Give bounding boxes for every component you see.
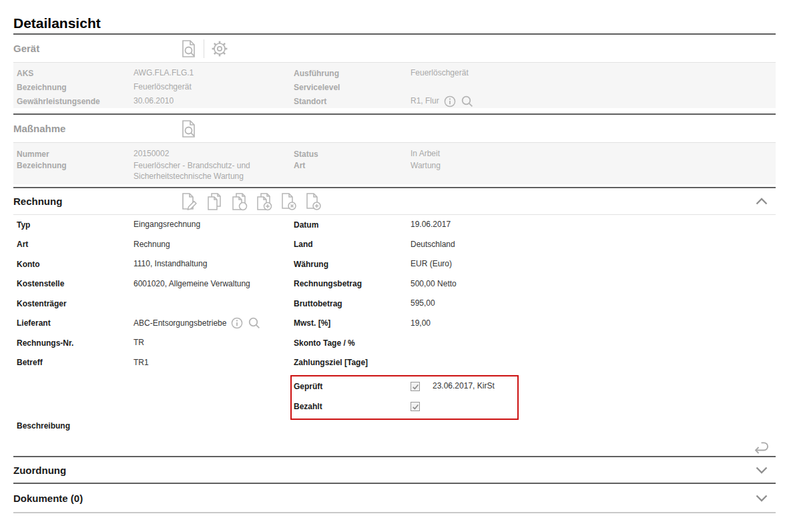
field-value: Feuerlöscher - Brandschutz- und Sicherhe… <box>134 161 294 182</box>
field-value: In Arbeit <box>411 149 776 160</box>
field-row: Kostenstelle 6001020, Allgemeine Verwalt… <box>13 274 776 294</box>
field-value: TR1 <box>134 358 294 368</box>
field-label: Bruttobetrag <box>294 299 411 308</box>
search-icon[interactable] <box>248 316 261 330</box>
field-label: Bezeichnung <box>13 83 134 92</box>
bezahlt-row: Bezahlt <box>13 396 776 417</box>
chevron-down-icon[interactable] <box>756 467 768 474</box>
accordion-dokumente[interactable]: Dokumente (0) <box>13 484 776 512</box>
field-label: Rechnungs-Nr. <box>13 338 134 348</box>
beschreibung-row: Beschreibung <box>13 419 776 433</box>
document-preview-icon[interactable] <box>180 39 198 58</box>
detail-view-page: Detailansicht Gerät <box>0 0 787 513</box>
field-label: Mwst. [%] <box>294 318 411 328</box>
field-label: Nummer <box>13 150 134 159</box>
field-value: Feuerlöschgerät <box>134 82 294 93</box>
field-label: AKS <box>13 69 134 78</box>
edit-document-icon[interactable] <box>180 192 199 211</box>
field-label: Typ <box>13 220 134 230</box>
section-title-rechnung: Rechnung <box>13 196 180 207</box>
field-row: Konto 1110, Instandhaltung Währung EUR (… <box>13 254 776 274</box>
field-value: 1110, Instandhaltung <box>134 259 294 270</box>
add-document-icon[interactable] <box>304 192 322 211</box>
field-label: Rechnungsbetrag <box>294 279 411 288</box>
field-value: 19.06.2017 <box>411 220 776 230</box>
massnahme-fields: Nummer 20150002 Status In Arbeit Bezeich… <box>13 143 776 184</box>
copy-document-add-icon[interactable] <box>254 192 273 211</box>
section-header-massnahme: Maßnahme <box>13 115 776 142</box>
spacer <box>13 108 776 113</box>
field-label: Konto <box>13 260 134 269</box>
field-value: 20150002 <box>134 149 294 160</box>
field-label: Beschreibung <box>13 421 134 431</box>
geprueft-date-user: 23.06.2017, KirSt <box>433 381 495 392</box>
geprueft-checkbox[interactable] <box>411 382 420 391</box>
field-row: Typ Eingangsrechnung Datum 19.06.2017 <box>13 215 776 235</box>
field-label: Bezeichnung <box>13 161 134 170</box>
divider <box>13 512 776 513</box>
field-row: Kostenträger Bruttobetrag 595,00 <box>13 294 776 314</box>
copy-document-icon[interactable] <box>205 192 224 211</box>
search-icon[interactable] <box>461 95 474 108</box>
section-title-geraet: Gerät <box>13 43 180 54</box>
field-label: Standort <box>294 97 411 106</box>
delete-document-icon[interactable] <box>279 192 298 211</box>
undo-row <box>13 433 776 456</box>
field-row: Nummer 20150002 Status In Arbeit <box>13 147 776 161</box>
chevron-up-icon[interactable] <box>756 198 768 205</box>
field-label: Status <box>294 150 411 159</box>
standort-value-group: R1, Flur <box>411 95 776 108</box>
field-row: Bezeichnung Feuerlöscher - Brandschutz- … <box>13 161 776 182</box>
accordion-zuordnung[interactable]: Zuordnung <box>13 457 776 483</box>
field-label: Skonto Tage / % <box>294 338 411 348</box>
copy-document-circle-icon[interactable] <box>230 192 248 211</box>
geraet-toolbar <box>180 39 229 58</box>
field-row: Rechnungs-Nr. TR Skonto Tage / % <box>13 333 776 353</box>
field-value: AWG.FLA.FLG.1 <box>134 68 294 79</box>
field-value: Eingangsrechnung <box>134 220 294 230</box>
field-label: Datum <box>294 220 411 230</box>
document-preview-icon[interactable] <box>180 119 198 138</box>
field-value: 30.06.2010 <box>134 96 294 107</box>
chevron-down-icon[interactable] <box>756 495 768 502</box>
field-row: Gewährleistungsende 30.06.2010 Standort … <box>13 94 776 108</box>
gear-icon[interactable] <box>210 39 229 58</box>
rechnung-toolbar <box>180 192 322 211</box>
geprueft-value-group: 23.06.2017, KirSt <box>411 381 776 392</box>
field-label: Kostenstelle <box>13 279 134 288</box>
geprueft-row: Geprüft 23.06.2017, KirSt <box>13 376 776 396</box>
field-row: Bezeichnung Feuerlöschgerät Servicelevel <box>13 80 776 94</box>
toolbar-separator <box>204 39 204 58</box>
section-title-massnahme: Maßnahme <box>13 123 180 134</box>
field-label: Gewährleistungsende <box>13 97 134 106</box>
field-value: 500,00 Netto <box>411 279 776 290</box>
field-value: Wartung <box>411 161 776 172</box>
field-label: Land <box>294 240 411 249</box>
field-value: Deutschland <box>411 240 776 250</box>
field-row: Lieferant ABC-Entsorgungsbetriebe <box>13 314 776 334</box>
bezahlt-value-group <box>411 402 776 411</box>
info-icon[interactable] <box>231 317 243 329</box>
undo-icon[interactable] <box>752 440 769 455</box>
lieferant-value-group: ABC-Entsorgungsbetriebe <box>134 316 294 330</box>
field-label: Lieferant <box>13 318 134 328</box>
field-value: R1, Flur <box>411 96 439 107</box>
field-value: 595,00 <box>411 298 776 309</box>
massnahme-toolbar <box>180 119 198 138</box>
field-value: EUR (Euro) <box>411 259 776 270</box>
accordion-title-dokumente: Dokumente (0) <box>13 493 756 504</box>
field-value: Feuerlöschgerät <box>411 68 776 79</box>
field-label: Betreff <box>13 358 134 367</box>
field-row: Art Rechnung Land Deutschland <box>13 235 776 255</box>
field-row: Betreff TR1 Zahlungsziel [Tage] <box>13 353 776 373</box>
bezahlt-checkbox[interactable] <box>411 402 420 411</box>
field-label: Währung <box>294 260 411 269</box>
field-label: Geprüft <box>294 382 411 391</box>
field-row: AKS AWG.FLA.FLG.1 Ausführung Feuerlöschg… <box>13 66 776 80</box>
field-label: Art <box>294 161 411 170</box>
info-icon[interactable] <box>444 95 456 107</box>
page-title: Detailansicht <box>13 0 776 33</box>
field-label: Art <box>13 240 134 249</box>
field-value: ABC-Entsorgungsbetriebe <box>134 318 226 329</box>
accordion-title-zuordnung: Zuordnung <box>13 465 756 476</box>
